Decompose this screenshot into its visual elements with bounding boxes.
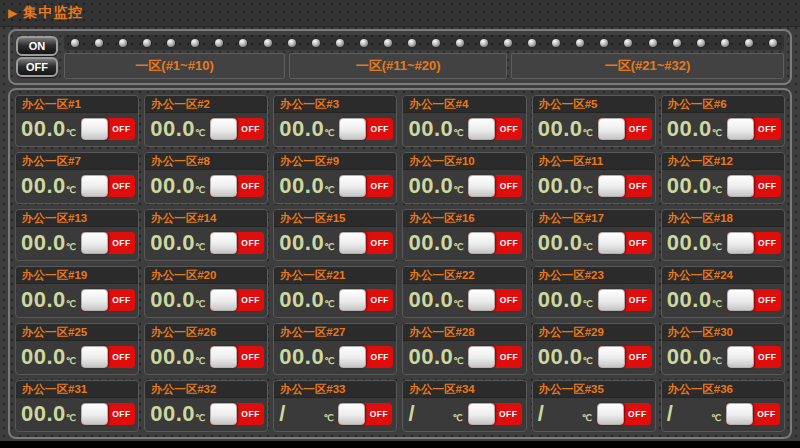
power-toggle[interactable]: OFF xyxy=(81,289,135,311)
toggle-knob-icon[interactable] xyxy=(468,175,495,197)
toggle-knob-icon[interactable] xyxy=(338,403,365,425)
celsius-unit-label: ℃ xyxy=(195,243,205,252)
power-toggle[interactable]: OFF xyxy=(210,289,264,311)
toggle-knob-icon[interactable] xyxy=(598,346,625,368)
celsius-unit-label: ℃ xyxy=(324,300,334,309)
toggle-knob-icon[interactable] xyxy=(210,346,237,368)
all-on-button[interactable]: ON xyxy=(16,36,58,56)
power-toggle[interactable]: OFF xyxy=(81,175,135,197)
power-toggle[interactable]: OFF xyxy=(81,346,135,368)
power-toggle[interactable]: OFF xyxy=(210,175,264,197)
power-toggle[interactable]: OFF xyxy=(598,118,652,140)
indicator-led-icon xyxy=(528,39,536,47)
toggle-knob-icon[interactable] xyxy=(468,403,495,425)
power-toggle[interactable]: OFF xyxy=(727,118,781,140)
power-toggle[interactable]: OFF xyxy=(81,118,135,140)
power-toggle[interactable]: OFF xyxy=(210,118,264,140)
toggle-knob-icon[interactable] xyxy=(727,175,754,197)
temperature-value: 00.0 xyxy=(538,175,583,197)
power-toggle[interactable]: OFF xyxy=(598,289,652,311)
power-toggle[interactable]: OFF xyxy=(210,403,264,425)
unit-card: 办公一区#22 00.0 ℃ OFF xyxy=(402,266,526,318)
toggle-knob-icon[interactable] xyxy=(339,346,366,368)
power-toggle[interactable]: OFF xyxy=(81,232,135,254)
power-toggle[interactable]: OFF xyxy=(727,232,781,254)
toggle-knob-icon[interactable] xyxy=(81,175,108,197)
toggle-knob-icon[interactable] xyxy=(210,175,237,197)
toggle-state-label: OFF xyxy=(495,232,522,254)
unit-label: 办公一区#17 xyxy=(533,210,655,227)
zone-select-button[interactable]: 一区(#21~#32) xyxy=(511,53,784,79)
power-toggle[interactable]: OFF xyxy=(339,289,393,311)
toggle-knob-icon[interactable] xyxy=(468,232,495,254)
toggle-knob-icon[interactable] xyxy=(468,289,495,311)
power-toggle[interactable]: OFF xyxy=(81,403,135,425)
toggle-knob-icon[interactable] xyxy=(210,403,237,425)
toggle-knob-icon[interactable] xyxy=(727,232,754,254)
power-toggle[interactable]: OFF xyxy=(598,175,652,197)
toggle-knob-icon[interactable] xyxy=(727,289,754,311)
power-toggle[interactable]: OFF xyxy=(210,346,264,368)
celsius-unit-label: ℃ xyxy=(453,186,463,195)
power-toggle[interactable]: OFF xyxy=(727,346,781,368)
toggle-knob-icon[interactable] xyxy=(468,346,495,368)
all-off-button[interactable]: OFF xyxy=(16,57,58,77)
toggle-knob-icon[interactable] xyxy=(339,289,366,311)
toggle-knob-icon[interactable] xyxy=(726,403,753,425)
unit-body: 00.0 ℃ OFF xyxy=(662,341,784,374)
power-toggle[interactable]: OFF xyxy=(468,403,522,425)
power-toggle[interactable]: OFF xyxy=(598,346,652,368)
power-toggle[interactable]: OFF xyxy=(468,346,522,368)
celsius-unit-label: ℃ xyxy=(582,357,592,366)
power-toggle[interactable]: OFF xyxy=(468,118,522,140)
power-toggle[interactable]: OFF xyxy=(468,289,522,311)
toggle-knob-icon[interactable] xyxy=(81,403,108,425)
toggle-knob-icon[interactable] xyxy=(81,232,108,254)
unit-body: 00.0 ℃ OFF xyxy=(533,113,655,146)
indicator-led-icon xyxy=(697,39,705,47)
toggle-knob-icon[interactable] xyxy=(81,118,108,140)
toggle-state-label: OFF xyxy=(495,289,522,311)
toggle-knob-icon[interactable] xyxy=(598,232,625,254)
power-toggle[interactable]: OFF xyxy=(339,175,393,197)
power-toggle[interactable]: OFF xyxy=(339,118,393,140)
power-toggle[interactable]: OFF xyxy=(338,403,392,425)
celsius-unit-label: ℃ xyxy=(66,186,76,195)
power-toggle[interactable]: OFF xyxy=(727,289,781,311)
celsius-unit-label: ℃ xyxy=(66,243,76,252)
toggle-knob-icon[interactable] xyxy=(81,346,108,368)
toggle-knob-icon[interactable] xyxy=(468,118,495,140)
temperature-value: 00.0 xyxy=(150,118,195,140)
unit-card: 办公一区#5 00.0 ℃ OFF xyxy=(532,95,656,147)
zone-select-button[interactable]: 一区(#11~#20) xyxy=(289,53,507,79)
toggle-knob-icon[interactable] xyxy=(339,175,366,197)
celsius-unit-label: ℃ xyxy=(323,414,333,423)
toggle-knob-icon[interactable] xyxy=(598,118,625,140)
toggle-knob-icon[interactable] xyxy=(598,289,625,311)
toggle-knob-icon[interactable] xyxy=(210,118,237,140)
power-toggle[interactable]: OFF xyxy=(598,232,652,254)
power-toggle[interactable]: OFF xyxy=(468,232,522,254)
toggle-knob-icon[interactable] xyxy=(727,118,754,140)
toggle-knob-icon[interactable] xyxy=(727,346,754,368)
power-toggle[interactable]: OFF xyxy=(597,403,651,425)
power-toggle[interactable]: OFF xyxy=(726,403,780,425)
unit-label: 办公一区#12 xyxy=(662,153,784,170)
unit-body: 00.0 ℃ OFF xyxy=(145,113,267,146)
toggle-knob-icon[interactable] xyxy=(81,289,108,311)
toggle-knob-icon[interactable] xyxy=(339,118,366,140)
zone-select-button[interactable]: 一区(#1~#10) xyxy=(64,53,285,79)
toggle-knob-icon[interactable] xyxy=(210,232,237,254)
unit-label: 办公一区#26 xyxy=(145,324,267,341)
unit-card: 办公一区#17 00.0 ℃ OFF xyxy=(532,209,656,261)
toggle-knob-icon[interactable] xyxy=(598,175,625,197)
toggle-knob-icon[interactable] xyxy=(210,289,237,311)
power-toggle[interactable]: OFF xyxy=(339,346,393,368)
toggle-knob-icon[interactable] xyxy=(597,403,624,425)
toggle-knob-icon[interactable] xyxy=(339,232,366,254)
temperature-value: 00.0 xyxy=(538,289,583,311)
power-toggle[interactable]: OFF xyxy=(210,232,264,254)
power-toggle[interactable]: OFF xyxy=(727,175,781,197)
power-toggle[interactable]: OFF xyxy=(339,232,393,254)
power-toggle[interactable]: OFF xyxy=(468,175,522,197)
